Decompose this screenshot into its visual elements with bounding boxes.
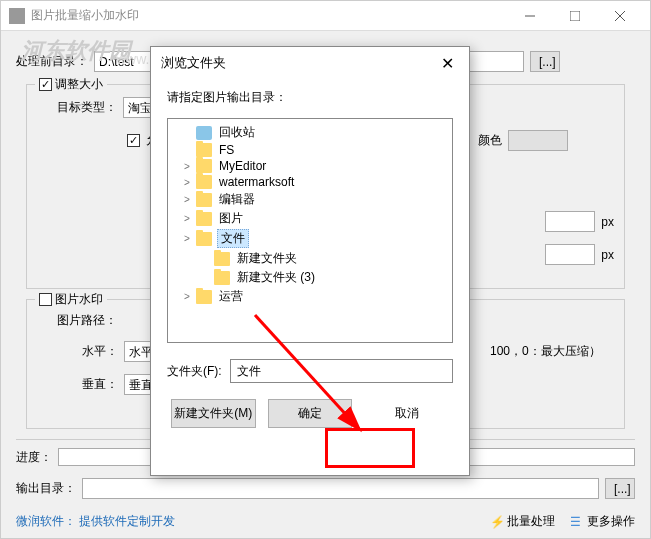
folder-icon: [196, 143, 212, 157]
tree-item[interactable]: FS: [170, 142, 450, 158]
list-icon: ☰: [570, 515, 584, 529]
tree-item[interactable]: >编辑器: [170, 190, 450, 209]
tree-item-label: 运营: [217, 288, 245, 305]
tree-item[interactable]: >运营: [170, 287, 450, 306]
folder-tree[interactable]: 回收站FS>MyEditor>watermarksoft>编辑器>图片>文件新建…: [167, 118, 453, 343]
cancel-button[interactable]: 取消: [364, 399, 449, 428]
tree-item-label: 编辑器: [217, 191, 257, 208]
dialog-instruction: 请指定图片输出目录：: [167, 89, 453, 106]
new-folder-button[interactable]: 新建文件夹(M): [171, 399, 256, 428]
bottom-bar: 微润软件： 提供软件定制开发 ⚡ 批量处理 ☰ 更多操作: [16, 513, 635, 530]
lightning-icon: ⚡: [490, 515, 504, 529]
target-type-label: 目标类型：: [57, 99, 117, 116]
app-icon: [9, 8, 25, 24]
tree-item[interactable]: 新建文件夹 (3): [170, 268, 450, 287]
window-title: 图片批量缩小加水印: [31, 7, 507, 24]
window-controls: [507, 1, 642, 31]
expander-icon[interactable]: >: [180, 194, 194, 205]
resize-checkbox-label: 调整大小: [55, 76, 103, 93]
height-field[interactable]: [545, 244, 595, 265]
dialog-close-button[interactable]: ✕: [435, 51, 459, 75]
folder-icon: [196, 232, 212, 246]
more-actions-link[interactable]: ☰ 更多操作: [570, 513, 635, 530]
output-dir-field[interactable]: [82, 478, 599, 499]
dialog-titlebar: 浏览文件夹 ✕: [151, 47, 469, 79]
expander-icon[interactable]: >: [180, 161, 194, 172]
watermark-checkbox[interactable]: 图片水印: [35, 291, 107, 308]
folder-icon: [196, 193, 212, 207]
resize-checkbox-box[interactable]: [39, 78, 52, 91]
batch-process-link[interactable]: ⚡ 批量处理: [490, 513, 555, 530]
tree-item-label: 新建文件夹 (3): [235, 269, 317, 286]
tree-item[interactable]: 新建文件夹: [170, 249, 450, 268]
watermark-checkbox-label: 图片水印: [55, 291, 103, 308]
subtitle-link[interactable]: 提供软件定制开发: [79, 514, 175, 528]
tree-item-label: MyEditor: [217, 159, 268, 173]
px-label-1: px: [601, 215, 614, 229]
vertical-label: 垂直：: [82, 376, 118, 393]
px-label-2: px: [601, 248, 614, 262]
folder-input-label: 文件夹(F):: [167, 363, 222, 380]
company-info: 微润软件： 提供软件定制开发: [16, 513, 175, 530]
tree-item-label: FS: [217, 143, 236, 157]
browse-input-button[interactable]: [...]: [530, 51, 560, 72]
horizontal-label: 水平：: [82, 343, 118, 360]
expander-icon[interactable]: >: [180, 213, 194, 224]
tree-item-label: 回收站: [217, 124, 257, 141]
image-path-label: 图片路径：: [57, 312, 117, 329]
tree-item-label: watermarksoft: [217, 175, 296, 189]
tree-item-label: 新建文件夹: [235, 250, 299, 267]
expander-icon[interactable]: >: [180, 291, 194, 302]
recycle-icon: [196, 126, 212, 140]
output-dir-label: 输出目录：: [16, 480, 76, 497]
browse-folder-dialog: 浏览文件夹 ✕ 请指定图片输出目录： 回收站FS>MyEditor>waterm…: [150, 46, 470, 476]
color-button[interactable]: [508, 130, 568, 151]
tree-item[interactable]: >文件: [170, 228, 450, 249]
folder-icon: [214, 252, 230, 266]
close-button[interactable]: [597, 1, 642, 31]
color-label: 。颜色: [466, 132, 502, 149]
folder-name-input[interactable]: [230, 359, 453, 383]
width-field[interactable]: [545, 211, 595, 232]
tree-item[interactable]: >watermarksoft: [170, 174, 450, 190]
folder-icon: [196, 212, 212, 226]
minimize-button[interactable]: [507, 1, 552, 31]
folder-icon: [214, 271, 230, 285]
browse-output-button[interactable]: [...]: [605, 478, 635, 499]
tree-item-label: 文件: [217, 229, 249, 248]
titlebar: 图片批量缩小加水印: [1, 1, 650, 31]
watermark-logo: 河东软件园: [21, 36, 131, 66]
progress-label: 进度：: [16, 449, 52, 466]
tree-item[interactable]: >图片: [170, 209, 450, 228]
resize-checkbox[interactable]: 调整大小: [35, 76, 107, 93]
company-link[interactable]: 微润软件：: [16, 514, 76, 528]
expander-icon[interactable]: >: [180, 177, 194, 188]
watermark-checkbox-box[interactable]: [39, 293, 52, 306]
folder-icon: [196, 175, 212, 189]
allow-checkbox[interactable]: [127, 134, 140, 147]
expander-icon[interactable]: >: [180, 233, 194, 244]
folder-icon: [196, 159, 212, 173]
tree-item-label: 图片: [217, 210, 245, 227]
svg-rect-1: [570, 11, 580, 21]
tree-item[interactable]: 回收站: [170, 123, 450, 142]
maximize-button[interactable]: [552, 1, 597, 31]
tree-item[interactable]: >MyEditor: [170, 158, 450, 174]
compress-note: 100，0：最大压缩）: [490, 343, 601, 360]
ok-button[interactable]: 确定: [268, 399, 353, 428]
dialog-title: 浏览文件夹: [161, 54, 435, 72]
folder-icon: [196, 290, 212, 304]
